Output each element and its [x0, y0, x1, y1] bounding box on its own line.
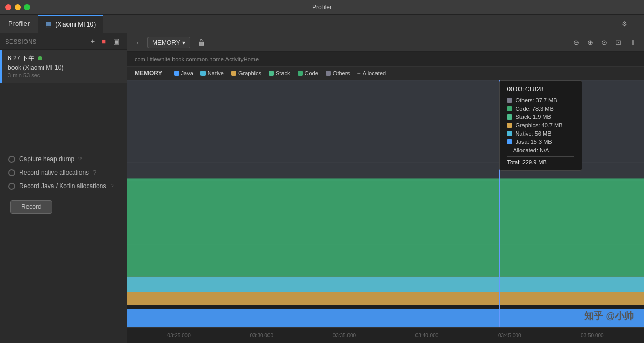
java-color — [174, 71, 179, 76]
zoom-out-button[interactable]: ⊖ — [571, 37, 582, 48]
legend-stack-label: Stack — [276, 70, 290, 76]
sessions-label: SESSIONS — [5, 38, 86, 45]
record-native-label: Record native allocations — [19, 169, 89, 176]
tab-settings-area: ⚙ — — [622, 20, 644, 28]
tooltip-row-others: Others: 37.7 MB — [507, 97, 574, 103]
stop-session-button[interactable]: ■ — [100, 36, 108, 46]
record-button[interactable]: Record — [10, 200, 52, 214]
legend-allocated-label: Allocated — [363, 70, 386, 76]
memory-dropdown[interactable]: MEMORY ▾ — [147, 37, 190, 48]
capture-heap-option[interactable]: Capture heap dump ? — [8, 155, 118, 163]
sidebar: SESSIONS + ■ ▣ 6:27 下午 book (Xiaomi MI 1… — [0, 33, 127, 343]
tooltip-allocated-dash: -- — [507, 147, 509, 153]
tooltip-total: Total: 229.9 MB — [507, 156, 574, 165]
file-tab[interactable]: ▤ (Xiaomi MI 10) — [38, 15, 103, 33]
session-time: 6:27 下午 — [8, 55, 34, 62]
legend-graphics-label: Graphics — [238, 70, 261, 76]
file-name: (Xiaomi MI 10) — [55, 21, 96, 28]
tooltip-stack-label: Stack: 1.9 MB — [515, 114, 551, 120]
allocated-dash: -- — [357, 70, 360, 77]
activity-bar: com.littlewhite.book.common.home.Activit… — [127, 52, 644, 67]
tooltip-row-graphics: Graphics: 40.7 MB — [507, 122, 574, 128]
file-icon: ▤ — [45, 20, 52, 29]
graphics-color — [231, 71, 236, 76]
session-item[interactable]: 6:27 下午 book (Xiaomi MI 10) 3 min 53 sec — [0, 50, 127, 83]
tooltip-native-label: Native: 56 MB — [515, 130, 551, 137]
layout-button[interactable]: ▣ — [111, 36, 122, 46]
tooltip-row-allocated: -- Allocated: N/A — [507, 147, 574, 153]
record-native-option[interactable]: Record native allocations ? — [8, 169, 118, 176]
tooltip-code-label: Code: 78.3 MB — [515, 105, 553, 112]
tooltip-row-stack: Stack: 1.9 MB — [507, 114, 574, 120]
window-title: Profiler — [312, 4, 332, 11]
minimize-button[interactable] — [15, 4, 21, 10]
tooltip-color-java — [507, 139, 512, 144]
record-java-option[interactable]: Record Java / Kotlin allocations ? — [8, 182, 118, 190]
legend-others-label: Others — [333, 70, 350, 76]
sessions-header: SESSIONS + ■ ▣ — [0, 33, 127, 50]
activity-label: com.littlewhite.book.common.home.Activit… — [135, 56, 259, 62]
toolbar-right: ⊖ ⊕ ⊙ ⊡ ⏸ — [571, 37, 639, 48]
legend-others: Others — [326, 70, 350, 76]
legend-stack: Stack — [269, 70, 290, 76]
memory-chart-label: MEMORY — [135, 70, 163, 77]
toolbar-left: ← MEMORY ▾ 🗑 — [132, 37, 208, 48]
tooltip-java-label: Java: 15.3 MB — [515, 139, 552, 145]
legend-bar: MEMORY Java Native Graphics Stack — [127, 67, 644, 80]
title-bar: Profiler — [0, 0, 644, 15]
radio-record-native[interactable] — [8, 169, 15, 176]
controls-area: Capture heap dump ? Record native alloca… — [0, 145, 127, 224]
x-label-4: 03:45.000 — [498, 333, 521, 338]
watermark: 知乎 @小帅 — [584, 310, 634, 322]
zoom-fit-button[interactable]: ⊡ — [613, 37, 624, 48]
stack-color — [269, 71, 274, 76]
legend-code: Code — [298, 70, 318, 76]
tooltip: 00:03:43.828 Others: 37.7 MB Code: 78.3 … — [499, 80, 582, 171]
legend-allocated: -- Allocated — [357, 70, 386, 77]
traffic-lights — [5, 4, 30, 10]
tooltip-color-others — [507, 98, 512, 103]
tooltip-others-label: Others: 37.7 MB — [515, 97, 557, 103]
legend-graphics: Graphics — [231, 70, 261, 76]
session-name: book (Xiaomi MI 10) — [8, 64, 120, 71]
tooltip-allocated-label: Allocated: N/A — [513, 147, 549, 153]
x-label-1: 03:30.000 — [250, 333, 273, 338]
legend-native: Native — [200, 70, 224, 76]
maximize-button[interactable] — [24, 4, 30, 10]
tab-bar: Profiler ▤ (Xiaomi MI 10) ⚙ — — [0, 15, 644, 33]
tooltip-color-code — [507, 106, 512, 111]
toolbar: ← MEMORY ▾ 🗑 ⊖ ⊕ ⊙ ⊡ ⏸ — [127, 33, 644, 52]
dropdown-arrow-icon: ▾ — [182, 39, 185, 46]
close-button[interactable] — [5, 4, 11, 10]
native-color — [200, 71, 206, 76]
content-area: ← MEMORY ▾ 🗑 ⊖ ⊕ ⊙ ⊡ ⏸ com.littlewhite.b… — [127, 33, 644, 343]
session-duration: 3 min 53 sec — [8, 72, 120, 78]
x-label-2: 03:35.000 — [333, 333, 356, 338]
radio-record-java[interactable] — [8, 183, 15, 190]
tooltip-time: 00:03:43.828 — [507, 86, 574, 93]
add-session-button[interactable]: + — [89, 36, 97, 46]
minus-icon[interactable]: — — [632, 20, 638, 28]
x-label-3: 03:40.000 — [415, 333, 439, 338]
main-layout: SESSIONS + ■ ▣ 6:27 下午 book (Xiaomi MI 1… — [0, 33, 644, 343]
zoom-in-button[interactable]: ⊕ — [585, 37, 596, 48]
chart-container: com.littlewhite.book.common.home.Activit… — [127, 52, 644, 343]
pause-button[interactable]: ⏸ — [627, 37, 639, 48]
tooltip-row-native: Native: 56 MB — [507, 130, 574, 137]
session-active-dot — [38, 56, 42, 60]
x-label-0: 03:25.000 — [167, 333, 191, 338]
radio-capture-heap[interactable] — [8, 156, 15, 163]
back-button[interactable]: ← — [132, 37, 144, 48]
legend-native-label: Native — [208, 70, 224, 76]
settings-icon[interactable]: ⚙ — [622, 20, 627, 28]
record-native-help-icon[interactable]: ? — [93, 169, 96, 176]
svg-rect-9 — [127, 309, 644, 327]
record-java-help-icon[interactable]: ? — [110, 183, 113, 189]
tooltip-graphics-label: Graphics: 40.7 MB — [515, 122, 562, 128]
capture-heap-help-icon[interactable]: ? — [78, 156, 82, 162]
tooltip-color-stack — [507, 114, 512, 120]
zoom-reset-button[interactable]: ⊙ — [599, 37, 610, 48]
delete-button[interactable]: 🗑 — [195, 37, 208, 48]
legend-java-label: Java — [181, 70, 193, 76]
svg-rect-8 — [127, 277, 644, 292]
